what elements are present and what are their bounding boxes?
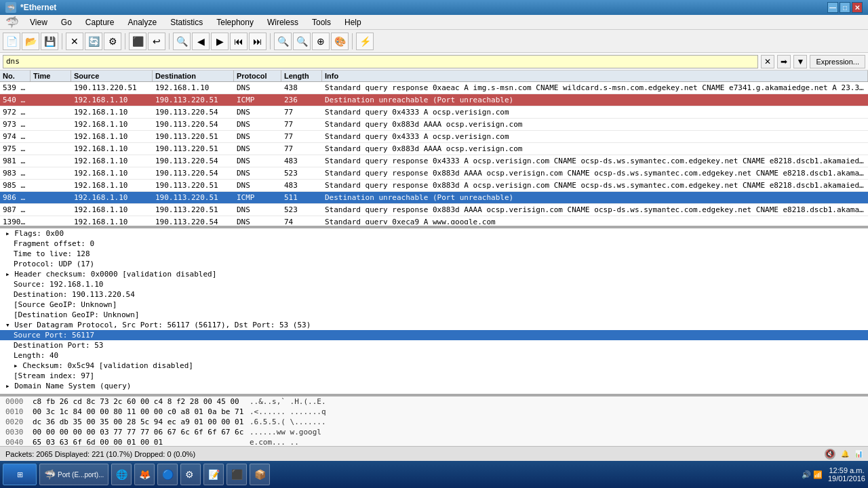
detail-line: [Source GeoIP: Unknown] — [0, 300, 868, 310]
table-row[interactable]: 972 16...192.168.1.10190.113.220.54DNS77… — [0, 106, 868, 119]
table-row[interactable]: 974 16...192.168.1.10190.113.220.51DNS77… — [0, 131, 868, 143]
minimize-button[interactable]: — — [827, 2, 838, 13]
table-row[interactable]: 539 14...190.113.220.51192.168.1.10DNS43… — [0, 82, 868, 94]
filter-input[interactable] — [3, 55, 758, 68]
toolbar-zoom-100[interactable]: ⊕ — [312, 33, 330, 50]
toolbar-zoom-in[interactable]: 🔍 — [274, 33, 292, 50]
menu-item-telephony[interactable]: Telephony — [211, 16, 259, 28]
detail-section[interactable]: ▸ Flags: 0x00 — [0, 228, 868, 239]
taskbar-right: 🔊 📶 12:59 a.m. 19/01/2016 — [802, 466, 865, 483]
table-cell: 981 16... — [0, 155, 31, 167]
filter-dropdown-button[interactable]: ▼ — [793, 55, 807, 68]
toolbar-go-last[interactable]: ⏭ — [249, 33, 267, 50]
separator-1 — [62, 33, 62, 49]
packet-count-label: Packets: 2065 Displayed: 221 (10.7%) Dro… — [5, 450, 195, 458]
toolbar-open[interactable]: 📂 — [22, 33, 39, 50]
toolbar-find[interactable]: 🔍 — [173, 33, 191, 50]
hex-bytes: dc 36 db 35 00 35 00 28 5c 94 ec a9 01 0… — [33, 418, 250, 426]
details-pane: ▸ Flags: 0x00Fragment offset: 0Time to l… — [0, 226, 868, 394]
taskbar-item-terminal[interactable]: ⬛ — [226, 464, 247, 485]
firefox-icon: 🦊 — [139, 469, 150, 480]
maximize-button[interactable]: □ — [840, 2, 850, 13]
menu-item-wireless[interactable]: Wireless — [262, 16, 304, 28]
table-cell — [31, 131, 71, 142]
menu-item-go[interactable]: Go — [56, 16, 77, 28]
table-row[interactable]: 981 16...192.168.1.10190.113.220.54DNS48… — [0, 155, 868, 167]
toolbar-new[interactable]: 📄 — [3, 33, 20, 50]
table-row[interactable]: 987 16...192.168.1.10190.113.220.51DNS52… — [0, 204, 868, 216]
table-row[interactable]: 973 16...192.168.1.10190.113.220.54DNS77… — [0, 119, 868, 131]
toolbar-restart[interactable]: ↩ — [148, 33, 165, 50]
table-cell — [31, 192, 71, 203]
menu-item-view[interactable]: View — [24, 16, 53, 28]
detail-section[interactable]: ▸ Checksum: 0x5c94 [validation disabled] — [0, 361, 868, 371]
detail-section[interactable]: ▸ Header checksum: 0x0000 [validation di… — [0, 269, 868, 279]
expression-button[interactable]: Expression... — [810, 55, 865, 68]
taskbar-item-ie[interactable]: 🌐 — [111, 464, 132, 485]
table-row[interactable]: 983 16...192.168.1.10190.113.220.54DNS52… — [0, 167, 868, 180]
table-cell: 523 — [281, 204, 322, 216]
table-row[interactable]: 975 16...192.168.1.10190.113.220.51DNS77… — [0, 143, 868, 155]
table-row[interactable]: 986 16...192.168.1.10190.113.220.51ICMP5… — [0, 192, 868, 204]
table-cell: Standard query 0x4333 A ocsp.verisign.co… — [322, 131, 868, 142]
table-cell: DNS — [234, 155, 281, 167]
table-cell: 190.113.220.54 — [153, 167, 234, 179]
taskbar-item-word[interactable]: 📝 — [203, 464, 224, 485]
toolbar-go-next[interactable]: ▶ — [211, 33, 229, 50]
table-cell: 483 — [281, 155, 322, 167]
col-header-info: Info — [322, 70, 868, 81]
toolbar-colorize[interactable]: 🎨 — [331, 33, 349, 50]
table-cell: 1390 24... — [0, 216, 31, 224]
toolbar-go-prev[interactable]: ◀ — [192, 33, 210, 50]
menu-item-tools[interactable]: Tools — [307, 16, 336, 28]
separator-3 — [169, 33, 170, 49]
toolbar-zoom-out[interactable]: 🔍 — [293, 33, 311, 50]
table-row[interactable]: 985 16...192.168.1.10190.113.220.51DNS48… — [0, 180, 868, 192]
table-cell — [31, 82, 71, 94]
table-cell: 190.113.220.51 — [153, 204, 234, 216]
taskbar-item-firefox[interactable]: 🦊 — [134, 464, 155, 485]
toolbar-go-first[interactable]: ⏮ — [230, 33, 248, 50]
toolbar-prefs[interactable]: ⚡ — [356, 33, 374, 50]
table-cell — [31, 216, 71, 224]
table-cell: 192.168.1.10 — [71, 119, 153, 130]
status-version: 🔔 — [841, 450, 849, 458]
menu-item-capture[interactable]: Capture — [80, 16, 120, 28]
taskbar-item-app4[interactable]: ⚙ — [180, 464, 201, 485]
filter-arrow-right[interactable]: ➡ — [777, 55, 791, 68]
table-cell: DNS — [234, 82, 281, 94]
table-cell: 190.113.220.51 — [71, 82, 153, 94]
menu-item-analyze[interactable]: Analyze — [123, 16, 163, 28]
app-menu-icon[interactable]: 🦈 — [3, 15, 22, 30]
filter-clear-button[interactable]: ✕ — [761, 55, 774, 68]
status-profile: 📊 — [854, 450, 863, 458]
packet-header: No. Time Source Destination Protocol Len… — [0, 70, 868, 82]
start-button[interactable]: ⊞ — [3, 464, 37, 485]
detail-line: Destination Port: 53 — [0, 340, 868, 350]
toolbar-stop[interactable]: ⬛ — [129, 33, 146, 50]
table-cell — [31, 143, 71, 155]
table-cell: 190.113.220.54 — [153, 216, 234, 224]
toolbar-close[interactable]: ✕ — [66, 33, 83, 50]
taskbar-item-wireshark[interactable]: 🦈 Port (E...port)... — [39, 464, 108, 485]
hex-ascii: .6.5.5.( \....... — [250, 418, 326, 426]
app-icon: 🦈 *Ethernet — [5, 2, 56, 13]
menu-item-help[interactable]: Help — [339, 16, 367, 28]
toolbar-reload[interactable]: 🔄 — [85, 33, 102, 50]
taskbar-item-chrome[interactable]: 🔵 — [157, 464, 178, 485]
taskbar-wireshark-label: Port (E...port)... — [58, 471, 104, 479]
taskbar-item-app7[interactable]: 📦 — [250, 464, 270, 485]
toolbar-capture-options[interactable]: ⚙ — [104, 33, 121, 50]
table-cell: 77 — [281, 131, 322, 142]
close-button[interactable]: ✕ — [852, 2, 863, 13]
detail-section[interactable]: ▸ Domain Name System (query) — [0, 381, 868, 391]
table-cell: 983 16... — [0, 167, 31, 179]
menu-item-statistics[interactable]: Statistics — [165, 16, 208, 28]
table-row[interactable]: 540 14...192.168.1.10190.113.220.51ICMP2… — [0, 94, 868, 106]
table-cell — [31, 167, 71, 179]
table-cell — [31, 94, 71, 106]
table-cell: DNS — [234, 143, 281, 155]
table-cell: 974 16... — [0, 131, 31, 142]
toolbar-save[interactable]: 💾 — [41, 33, 58, 50]
table-row[interactable]: 1390 24...192.168.1.10190.113.220.54DNS7… — [0, 216, 868, 224]
